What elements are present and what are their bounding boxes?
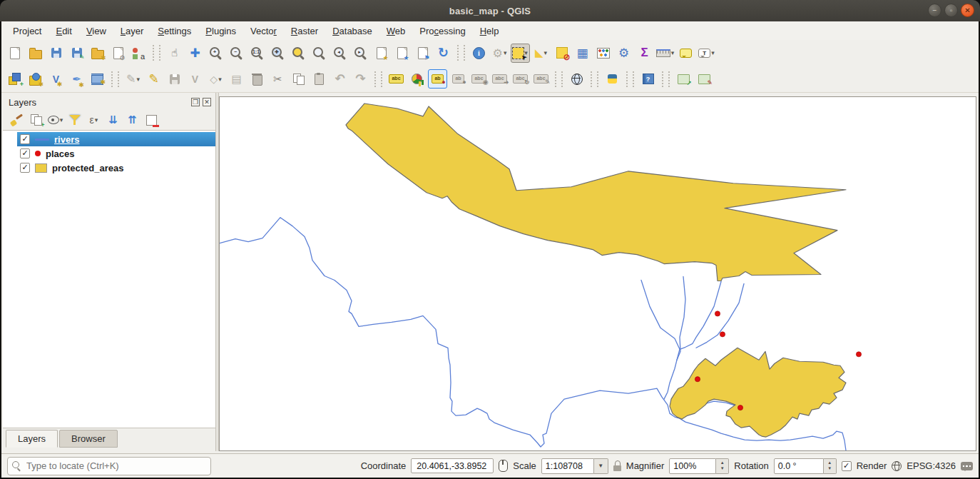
layer-row-protected_areas[interactable]: ✓protected_areas <box>17 161 215 175</box>
panel-close-icon[interactable]: ✕ <box>203 98 211 106</box>
metasearch-catalog-button[interactable] <box>567 69 586 89</box>
pan-to-selection-button[interactable]: ✚ <box>185 44 205 63</box>
open-attribute-table-button[interactable]: ▦ <box>573 44 592 63</box>
messages-icon[interactable] <box>961 462 973 470</box>
lock-icon[interactable] <box>613 460 621 471</box>
layer-name[interactable]: rivers <box>54 134 79 145</box>
manage-map-themes-dropdown[interactable]: ▾ <box>60 116 63 123</box>
measure-line-button[interactable]: ▾ <box>655 44 675 63</box>
highlight-pinned-labels-button[interactable]: ab● <box>428 69 447 89</box>
new-temporary-scratch-layer-button[interactable]: ✱ <box>88 69 107 89</box>
zoom-native-button[interactable]: 1:1 <box>247 44 267 63</box>
layer-row-places[interactable]: ✓places <box>17 146 215 161</box>
menu-database[interactable]: Database <box>325 23 379 39</box>
map-tips-button[interactable] <box>676 44 695 63</box>
cut-features-button[interactable]: ✂ <box>268 69 287 89</box>
menu-project[interactable]: Project <box>6 23 49 39</box>
pin-unpin-labels-button[interactable]: ab● <box>449 69 468 89</box>
menu-raster[interactable]: Raster <box>284 23 325 39</box>
spin-arrows-icon[interactable]: ▲▼ <box>824 458 837 474</box>
new-spatial-bookmark-button[interactable]: ★ <box>372 44 391 63</box>
change-label-properties-button[interactable]: abc✎ <box>531 69 551 89</box>
new-print-layout-button[interactable]: ✱ <box>88 44 107 63</box>
titlebar[interactable]: basic_map - QGIS −▫✕ <box>0 0 980 21</box>
new-virtual-layer-button[interactable]: ✒✱ <box>67 69 86 89</box>
current-edits-dropdown[interactable]: ▾ <box>136 76 140 83</box>
crs-globe-icon[interactable] <box>892 461 902 471</box>
select-features-by-value-dropdown[interactable]: ▾ <box>544 49 548 56</box>
menu-edit[interactable]: Edit <box>49 23 78 39</box>
open-project-button[interactable] <box>26 44 45 63</box>
menu-view[interactable]: View <box>79 23 113 39</box>
zoom-in-button[interactable]: + <box>206 44 225 63</box>
rotate-label-button[interactable]: abc↻ <box>511 69 530 89</box>
filter-legend-by-expression-dropdown[interactable]: ▾ <box>95 116 98 123</box>
coordinate-field[interactable] <box>411 458 494 473</box>
tab-browser[interactable]: Browser <box>59 430 118 448</box>
zoom-to-layer-button[interactable] <box>310 44 329 63</box>
layer-name[interactable]: places <box>46 148 74 159</box>
show-spatial-bookmarks-button[interactable]: ★ <box>392 44 412 63</box>
expand-all-button[interactable]: ⇊ <box>104 111 122 128</box>
georeferencer-plugin-button[interactable]: ✎ <box>695 69 714 89</box>
zoom-full-button[interactable]: ✚ <box>268 44 287 63</box>
delete-selected-button[interactable] <box>247 69 267 89</box>
locate-box[interactable] <box>7 457 211 475</box>
scale-combo[interactable]: 1:108708 ▼ <box>541 458 608 474</box>
paste-features-button[interactable] <box>310 69 329 89</box>
remove-layer-button[interactable] <box>143 111 160 128</box>
zoom-out-button[interactable]: − <box>227 44 246 63</box>
vertex-tool-dropdown[interactable]: ▾ <box>218 76 222 83</box>
vertex-tool-button[interactable]: ◇▾ <box>206 69 225 89</box>
layer-labeling-options-button[interactable]: abc <box>387 69 406 89</box>
options-gear-button[interactable]: ⚙ <box>614 44 633 63</box>
magnifier-spinbox[interactable]: 100% ▲▼ <box>669 458 729 474</box>
save-layer-edits-button[interactable] <box>165 69 184 89</box>
grass-plugin-button[interactable]: ➚ <box>674 69 693 89</box>
select-features-by-value-button[interactable]: ◣▾ <box>531 44 551 63</box>
rotation-spinbox[interactable]: 0.0 ° ▲▼ <box>774 458 837 474</box>
zoom-next-button[interactable]: ▸ <box>351 44 370 63</box>
render-checkbox[interactable]: ✓ <box>842 461 852 471</box>
maximize-button[interactable]: ▫ <box>944 4 958 17</box>
spin-arrows-icon[interactable]: ▲▼ <box>716 458 729 474</box>
move-label-button[interactable]: abc➜ <box>490 69 509 89</box>
undo-button[interactable]: ↶ <box>330 69 349 89</box>
identify-features-button[interactable]: i <box>469 44 489 63</box>
menu-processing[interactable]: Processing <box>412 23 472 39</box>
layer-name[interactable]: protected_areas <box>52 163 123 173</box>
menu-web[interactable]: Web <box>379 23 413 39</box>
open-data-source-manager-button[interactable]: + <box>5 69 24 89</box>
menu-layer[interactable]: Layer <box>113 23 151 39</box>
help-contents-button[interactable]: ? <box>638 69 658 89</box>
toggle-editing-button[interactable]: ✎ <box>144 69 163 89</box>
chevron-down-icon[interactable]: ▼ <box>594 458 608 474</box>
minimize-button[interactable]: − <box>928 4 941 17</box>
show-layout-manager-button[interactable]: ⚙ <box>108 44 128 63</box>
locate-input[interactable] <box>25 460 206 472</box>
tab-layers[interactable]: Layers <box>6 430 58 448</box>
add-feature-button[interactable]: V <box>185 69 205 89</box>
layer-row-rivers[interactable]: ✓rivers <box>17 132 215 146</box>
layer-checkbox[interactable]: ✓ <box>20 148 30 158</box>
run-feature-action-button[interactable]: ⚙▾ <box>490 44 509 63</box>
python-console-button[interactable] <box>603 69 622 89</box>
panel-float-icon[interactable]: ❐ <box>191 98 200 106</box>
text-annotation-dropdown[interactable]: ▾ <box>711 49 715 56</box>
select-features-button[interactable]: ▾ <box>511 44 530 63</box>
refresh-map-button[interactable]: ↻ <box>434 44 453 63</box>
mouse-extents-icon[interactable] <box>499 460 508 472</box>
manage-map-themes-button[interactable]: ▾ <box>46 111 64 128</box>
layer-diagram-options-button[interactable] <box>407 69 427 89</box>
statistical-summary-button[interactable] <box>593 44 613 63</box>
filter-legend-button[interactable] <box>66 111 83 128</box>
save-project-as-button[interactable]: ✎ <box>67 44 86 63</box>
menu-vector[interactable]: Vector <box>243 23 284 39</box>
style-manager-button[interactable]: a <box>129 44 148 63</box>
menu-plugins[interactable]: Plugins <box>198 23 243 39</box>
show-bookmark-manager-button[interactable]: ⚑ <box>413 44 432 63</box>
coordinate-input[interactable] <box>415 460 489 472</box>
pan-map-button[interactable]: ☝ <box>165 44 184 63</box>
redo-button[interactable]: ↷ <box>351 69 370 89</box>
open-layer-styling-button[interactable] <box>8 111 26 128</box>
